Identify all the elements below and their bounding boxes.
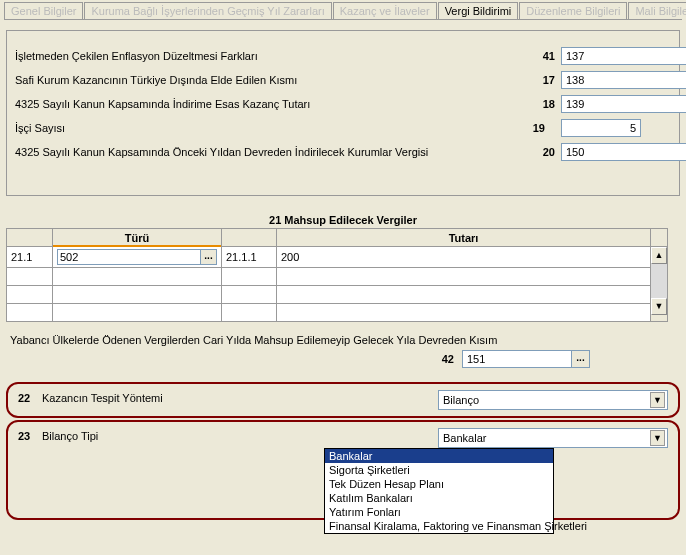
option-sigorta[interactable]: Sigorta Şirketleri <box>325 463 553 477</box>
option-yatirim[interactable]: Yatırım Fonları <box>325 505 553 519</box>
num-19: 19 <box>529 122 551 134</box>
scroll-down[interactable]: ▼ <box>651 298 667 315</box>
num-22: 22 <box>18 390 42 404</box>
input-19[interactable] <box>561 119 641 137</box>
tab-mali[interactable]: Mali Bilgiler <box>628 2 686 19</box>
chevron-down-icon[interactable]: ▼ <box>650 430 665 446</box>
row-22-box: 22 Kazancın Tespit Yöntemi Bilanço ▼ <box>6 382 680 418</box>
col-blank2 <box>222 229 277 247</box>
scroll-up[interactable]: ▲ <box>651 247 667 264</box>
top-panel: İşletmeden Çekilen Enflasyon Düzeltmesi … <box>6 30 680 196</box>
input-18[interactable] <box>561 95 686 113</box>
label-18: 4325 Sayılı Kanun Kapsamında İndirime Es… <box>15 98 539 110</box>
label-22: Kazancın Tespit Yöntemi <box>42 390 438 404</box>
input-17[interactable] <box>561 71 686 89</box>
select-23-dropdown: Bankalar Sigorta Şirketleri Tek Düzen He… <box>324 448 554 534</box>
option-finansal[interactable]: Finansal Kiralama, Faktoring ve Finansma… <box>325 519 553 533</box>
select-22-value: Bilanço <box>443 394 479 406</box>
num-42: 42 <box>434 353 462 365</box>
label-17: Safi Kurum Kazancının Türkiye Dışında El… <box>15 74 539 86</box>
tab-duzenleme[interactable]: Düzenleme Bilgileri <box>519 2 627 19</box>
tab-vergi[interactable]: Vergi Bildirimi <box>438 2 519 19</box>
col-turu: Türü <box>125 232 149 244</box>
option-bankalar[interactable]: Bankalar <box>325 449 553 463</box>
row-23-box: 23 Bilanço Tipi Bankalar ▼ Bankalar Sigo… <box>6 420 680 520</box>
option-katilim[interactable]: Katılım Bankaları <box>325 491 553 505</box>
label-23: Bilanço Tipi <box>42 428 438 442</box>
cell-turu-picker[interactable]: ... <box>201 249 217 265</box>
num-23: 23 <box>18 428 42 442</box>
tab-kazanc[interactable]: Kazanç ve İlaveler <box>333 2 437 19</box>
num-18: 18 <box>539 98 561 110</box>
label-19: İşçi Sayısı <box>15 122 529 134</box>
cell-turu-input[interactable] <box>57 249 201 265</box>
input-20[interactable] <box>561 143 686 161</box>
label-20: 4325 Sayılı Kanun Kapsamında Önceki Yıld… <box>15 146 539 158</box>
num-17: 17 <box>539 74 561 86</box>
chevron-down-icon[interactable]: ▼ <box>650 392 665 408</box>
select-23[interactable]: Bankalar ▼ <box>438 428 668 448</box>
cell-21-1[interactable]: 21.1 <box>7 247 53 268</box>
scroll-track[interactable] <box>651 264 667 298</box>
select-22[interactable]: Bilanço ▼ <box>438 390 668 410</box>
label-yabanci: Yabancı Ülkelerde Ödenen Vergilerden Car… <box>10 334 680 346</box>
tab-bar: Genel Bilgiler Kuruma Bağlı İşyerlerinde… <box>4 2 682 20</box>
select-23-value: Bankalar <box>443 432 486 444</box>
input-41[interactable] <box>561 47 686 65</box>
num-41: 41 <box>539 50 561 62</box>
num-20: 20 <box>539 146 561 158</box>
tab-kuruma[interactable]: Kuruma Bağlı İşyerlerinden Geçmiş Yıl Za… <box>84 2 331 19</box>
picker-42[interactable]: ... <box>572 350 590 368</box>
col-tutari: Tutarı <box>277 229 651 247</box>
label-41: İşletmeden Çekilen Enflasyon Düzeltmesi … <box>15 50 539 62</box>
col-scroll <box>651 229 668 247</box>
grid-21: Türü Tutarı 21.1 ... 21.1.1 200 ▲ ▼ <box>6 228 680 322</box>
input-42[interactable] <box>462 350 572 368</box>
cell-21-1-1[interactable]: 21.1.1 <box>222 247 277 268</box>
tab-genel[interactable]: Genel Bilgiler <box>4 2 83 19</box>
section-21-title: 21 Mahsup Edilecek Vergiler <box>0 214 686 226</box>
cell-tutari[interactable]: 200 <box>277 247 651 268</box>
option-tekduzen[interactable]: Tek Düzen Hesap Planı <box>325 477 553 491</box>
